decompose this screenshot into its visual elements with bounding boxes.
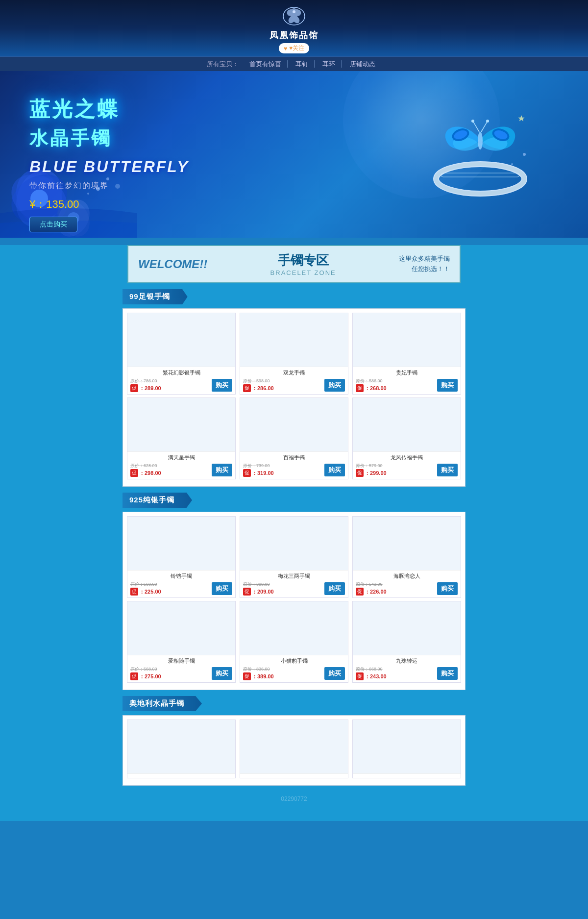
- promo-price: ：319.00: [252, 470, 274, 477]
- promo-badge: 促: [130, 384, 138, 392]
- product-info: 爱相随手镯原价：568.00促：275.00购买: [127, 655, 235, 682]
- product-name: 繁花幻影银手镯: [130, 369, 232, 376]
- buy-button[interactable]: 购买: [324, 667, 345, 680]
- price-block: 原价：586.00促：268.00: [356, 378, 387, 392]
- buy-button[interactable]: 购买: [324, 464, 345, 476]
- price-block: 原价：739.00促：319.00: [243, 463, 274, 477]
- product-row: 铃铛手镯原价：568.00促：225.00购买梅花三两手镯原价：388.00促：…: [127, 516, 461, 598]
- product-image: [240, 720, 348, 774]
- promo-badge: 促: [356, 588, 364, 596]
- promo-row: 促：225.00: [130, 588, 161, 596]
- product-image: [240, 517, 348, 571]
- promo-row: 促：275.00: [130, 672, 161, 680]
- price-block: 原价：568.00促：275.00: [130, 666, 161, 680]
- buy-button[interactable]: 购买: [324, 379, 345, 392]
- price-block: 原价：786.00促：289.00: [130, 378, 161, 392]
- price-block: 原价：836.00促：389.00: [243, 666, 274, 680]
- price-block: 原价：628.00促：298.00: [130, 463, 161, 477]
- product-info: 繁花幻影银手镯原价：786.00促：289.00购买: [127, 367, 235, 394]
- product-info: 梅花三两手镯原价：388.00促：209.00购买: [240, 571, 348, 597]
- product-price-row: 原价：598.00促：286.00购买: [243, 378, 345, 392]
- price-block: 原价：388.00促：209.00: [243, 581, 274, 596]
- footer-watermark: 02290772: [122, 792, 466, 806]
- bracelet-illustration: [421, 100, 539, 208]
- product-image: [127, 313, 235, 367]
- promo-price: ：226.00: [365, 588, 387, 596]
- product-name: 贵妃手镯: [356, 369, 458, 376]
- product-image: [353, 720, 461, 774]
- product-item: 小猫豹手镯原价：836.00促：389.00购买: [240, 601, 348, 683]
- category-header-0: 99足银手镯: [122, 289, 466, 304]
- product-item: 繁花幻影银手镯原价：786.00促：289.00购买: [127, 313, 236, 395]
- nav-item-earring[interactable]: 耳环: [317, 60, 342, 68]
- buy-button[interactable]: 购买: [437, 667, 458, 680]
- svg-point-24: [471, 120, 474, 123]
- promo-price: ：286.00: [252, 385, 274, 392]
- product-item: [127, 720, 236, 778]
- product-name: 梅花三两手镯: [243, 572, 345, 580]
- product-info: 贵妃手镯原价：586.00促：268.00购买: [353, 367, 461, 394]
- nav-item-home[interactable]: 首页有惊喜: [244, 60, 288, 68]
- price-original: 原价：628.00: [130, 463, 161, 469]
- buy-button[interactable]: 购买: [212, 667, 232, 680]
- price-original: 原价：543.00: [356, 581, 387, 588]
- promo-price: ：289.00: [139, 385, 161, 392]
- product-price-row: 原价：543.00促：226.00购买: [356, 581, 458, 596]
- product-item: [352, 720, 461, 778]
- promo-price: ：268.00: [365, 385, 387, 392]
- product-item: 九珠转运原价：668.00促：243.00购买: [352, 601, 461, 683]
- product-row: 满天星手镯原价：628.00促：298.00购买百福手镯原价：739.00促：3…: [127, 397, 461, 479]
- header: 凤凰饰品馆 ♥ ♥关注: [0, 0, 588, 56]
- price-original: 原价：786.00: [130, 378, 161, 384]
- product-item: 双龙手镯原价：598.00促：286.00购买: [240, 313, 348, 395]
- promo-row: 促：268.00: [356, 384, 387, 392]
- follow-button[interactable]: ♥ ♥关注: [279, 43, 309, 53]
- promo-price: ：275.00: [139, 673, 161, 680]
- svg-point-21: [478, 132, 483, 149]
- product-row: 爱相随手镯原价：568.00促：275.00购买小猫豹手镯原价：836.00促：…: [127, 601, 461, 683]
- product-image: [127, 720, 235, 774]
- nav-item-store[interactable]: 店铺动态: [344, 60, 381, 68]
- banner-title2: 水晶手镯: [29, 126, 189, 151]
- price-block: 原价：668.00促：243.00: [356, 666, 387, 680]
- logo-text: 凤凰饰品馆: [270, 29, 318, 41]
- promo-price: ：298.00: [139, 470, 161, 477]
- promo-row: 促：226.00: [356, 588, 387, 596]
- buy-button[interactable]: 购买: [437, 379, 458, 392]
- product-price-row: 原价：786.00促：289.00购买: [130, 378, 232, 392]
- banner-title1: 蓝光之蝶: [29, 96, 189, 123]
- buy-button[interactable]: 购买: [212, 379, 232, 392]
- welcome-center: 手镯专区 BRACELET ZONE: [270, 252, 336, 276]
- follow-label: ♥关注: [289, 44, 304, 52]
- price-original: 原价：568.00: [130, 581, 161, 588]
- product-image: [353, 517, 461, 571]
- product-name: 九珠转运: [356, 657, 458, 665]
- svg-point-25: [486, 120, 489, 123]
- product-price-row: 原价：628.00促：298.00购买: [130, 463, 232, 477]
- logo-container: 凤凰饰品馆 ♥ ♥关注: [270, 4, 318, 53]
- promo-badge: 促: [243, 672, 251, 680]
- product-item: 爱相随手镯原价：568.00促：275.00购买: [127, 601, 236, 683]
- promo-badge: 促: [130, 588, 138, 596]
- buy-button[interactable]: 购买: [212, 582, 232, 595]
- price-block: 原价：579.00促：299.00: [356, 463, 387, 477]
- buy-button[interactable]: 购买: [212, 464, 232, 476]
- svg-point-27: [511, 163, 513, 165]
- product-info: 双龙手镯原价：598.00促：286.00购买: [240, 367, 348, 394]
- product-price-row: 原价：388.00促：209.00购买: [243, 581, 345, 596]
- banner: 蓝光之蝶 水晶手镯 BLUE BUTTERFLY 带你前往梦幻的境界 ¥：135…: [0, 71, 588, 238]
- product-row: 繁花幻影银手镯原价：786.00促：289.00购买双龙手镯原价：598.00促…: [127, 313, 461, 395]
- buy-button[interactable]: 购买: [437, 582, 458, 595]
- welcome-right: 这里众多精美手镯 任您挑选！！: [399, 254, 450, 274]
- buy-button[interactable]: 购买: [437, 464, 458, 476]
- svg-line-23: [481, 121, 488, 132]
- promo-row: 促：243.00: [356, 672, 387, 680]
- nav-item-stud[interactable]: 耳钉: [290, 60, 315, 68]
- price-original: 原价：739.00: [243, 463, 274, 469]
- banner-cta-button[interactable]: 点击购买: [29, 217, 77, 232]
- product-info: 九珠转运原价：668.00促：243.00购买: [353, 655, 461, 682]
- product-name: 双龙手镯: [243, 369, 345, 376]
- buy-button[interactable]: 购买: [324, 582, 345, 595]
- welcome-section: WELCOME!! 手镯专区 BRACELET ZONE 这里众多精美手镯 任您…: [127, 245, 461, 283]
- product-item: 贵妃手镯原价：586.00促：268.00购买: [352, 313, 461, 395]
